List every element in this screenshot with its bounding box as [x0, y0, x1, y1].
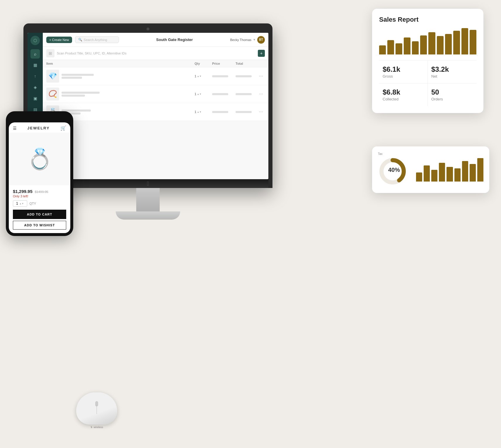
- qty-label: QTY: [30, 202, 36, 205]
- item-name-bar-2: [62, 92, 100, 94]
- phone-qty-row: 1 ▲▼ QTY: [13, 200, 66, 207]
- item-info-1: [62, 74, 94, 79]
- bar-9: [445, 34, 452, 54]
- bar-3: [396, 43, 402, 54]
- necklace-icon: 📿: [48, 90, 57, 98]
- phone-qty-stepper[interactable]: 1 ▲▼: [13, 200, 27, 207]
- phone-brand-text: JEWELRY: [27, 126, 50, 130]
- price-cell-1: [212, 75, 236, 77]
- mini-bar-2: [424, 165, 430, 181]
- item-sku-bar: [62, 77, 82, 79]
- orders-label: Orders: [431, 97, 473, 101]
- net-value: $3.2k: [431, 65, 473, 73]
- phone-navbar: ☰ JEWELRY 🛒: [9, 122, 70, 133]
- price-bar-3: [212, 111, 228, 113]
- create-new-button[interactable]: + Create New: [46, 37, 72, 43]
- total-cell-3: [236, 111, 259, 113]
- mini-bar-7: [462, 161, 468, 182]
- mini-bar-chart: [416, 158, 483, 182]
- phone-product-details: $1,299.95 $1499.95 Only 3 left! 1 ▲▼ QTY…: [9, 185, 70, 233]
- item-sku-bar-2: [62, 95, 85, 97]
- metric-net: $3.2k Net: [428, 60, 476, 83]
- total-bar-2: [236, 93, 252, 95]
- qty-stepper-3[interactable]: ▲▼: [197, 111, 202, 113]
- donut-percent-label: 40%: [388, 166, 400, 173]
- computer-mouse: 🖱 wireless: [67, 392, 126, 430]
- sidebar-logo[interactable]: ⬡: [30, 36, 40, 45]
- sidebar-item-search[interactable]: ⌕: [30, 49, 40, 59]
- qty-stepper-2[interactable]: ▲▼: [197, 93, 202, 95]
- gross-label: Gross: [383, 74, 424, 78]
- phone-price-row: $1,299.95 $1499.95: [13, 189, 66, 194]
- col-item: Item: [46, 62, 195, 65]
- add-to-wishlist-button[interactable]: ADD TO WISHIST: [13, 221, 66, 230]
- table-row: 📿 1 ▲▼ ⋯: [43, 85, 268, 103]
- ring-icon: 💍: [27, 149, 52, 169]
- bar-11: [461, 28, 468, 54]
- add-scan-button[interactable]: +: [258, 50, 265, 57]
- gross-value: $6.1k: [383, 65, 424, 73]
- register-title: South Gate Register: [122, 37, 227, 42]
- bar-8: [437, 36, 444, 54]
- scan-bar[interactable]: ⊞ Scan Product Title, SKU, UPC, ID, Alte…: [43, 47, 268, 60]
- camera-dot: [146, 28, 149, 30]
- hamburger-icon[interactable]: ☰: [13, 126, 17, 131]
- mini-bar-9: [477, 158, 483, 182]
- total-cell-2: [236, 93, 259, 95]
- item-cell-1: 💎: [46, 70, 195, 83]
- col-qty: Qty: [195, 62, 212, 65]
- bar-12: [470, 30, 476, 54]
- qty-arrows[interactable]: ▲▼: [19, 202, 24, 205]
- pos-topbar: + Create New 🔍 Search Anything South Gat…: [43, 33, 268, 47]
- qty-control-2[interactable]: 1 ▲▼: [195, 92, 212, 96]
- total-bar-3: [236, 111, 252, 113]
- total-bar-1: [236, 75, 252, 77]
- table-row: 💎 1 ▲▼ ⋯: [43, 67, 268, 85]
- cart-icon[interactable]: 🛒: [60, 125, 66, 131]
- qty-value-3: 1: [195, 110, 196, 114]
- mini-bar-1: [416, 172, 422, 181]
- add-to-cart-button[interactable]: ADD TO CART: [13, 210, 66, 219]
- qty-stepper-1[interactable]: ▲▼: [197, 75, 202, 78]
- user-name: Becky Thomas: [230, 38, 252, 42]
- secondary-analytics-card: Tax 40%: [372, 146, 489, 193]
- phone-price-original: $1499.95: [35, 190, 48, 194]
- earring-icon: 💎: [48, 72, 57, 80]
- mini-bar-8: [470, 164, 476, 182]
- mouse-body: [76, 392, 117, 425]
- mini-bar-5: [447, 167, 453, 182]
- qty-value-1: 1: [195, 74, 196, 78]
- bar-1: [379, 45, 386, 55]
- qty-control-3[interactable]: 1 ▲▼: [195, 110, 212, 114]
- qty-display: 1: [16, 201, 18, 206]
- search-icon-small: 🔍: [78, 38, 82, 42]
- total-cell-1: [236, 75, 259, 77]
- sidebar-item-box[interactable]: ▣: [30, 94, 40, 103]
- mini-bar-6: [454, 168, 461, 182]
- sidebar-item-upload[interactable]: ↑: [30, 71, 40, 81]
- collected-value: $6.8k: [383, 88, 424, 96]
- phone-device: ☰ JEWELRY 🛒 💍 $1,299.95 $1499.95 Only 3 …: [6, 111, 73, 236]
- qty-control-1[interactable]: 1 ▲▼: [195, 74, 212, 78]
- pos-main: + Create New 🔍 Search Anything South Gat…: [43, 33, 268, 179]
- row-menu-3[interactable]: ⋯: [259, 110, 265, 114]
- price-bar-1: [212, 75, 228, 77]
- barcode-icon-large: ⊞: [46, 49, 54, 57]
- col-price: Price: [212, 62, 236, 65]
- sales-bar-chart: [379, 28, 476, 54]
- donut-chart-wrapper: Tax 40%: [378, 152, 410, 187]
- bar-6: [420, 35, 427, 54]
- sidebar-item-barcode[interactable]: ▦: [30, 60, 40, 70]
- search-box[interactable]: 🔍 Search Anything: [75, 36, 119, 43]
- row-menu-1[interactable]: ⋯: [259, 74, 265, 78]
- sales-report-title: Sales Report: [379, 16, 476, 23]
- user-info[interactable]: Becky Thomas ▼ BT: [230, 36, 265, 44]
- phone-screen: ☰ JEWELRY 🛒 💍 $1,299.95 $1499.95 Only 3 …: [9, 122, 70, 233]
- mouse-brand-label: 🖱 wireless: [67, 426, 126, 429]
- sidebar-item-tag[interactable]: ◈: [30, 83, 40, 92]
- row-menu-2[interactable]: ⋯: [259, 92, 265, 96]
- mouse-divider: [97, 405, 97, 414]
- metric-gross: $6.1k Gross: [379, 60, 428, 83]
- metric-collected: $6.8k Collected: [379, 83, 428, 106]
- item-image-1: 💎: [46, 70, 59, 83]
